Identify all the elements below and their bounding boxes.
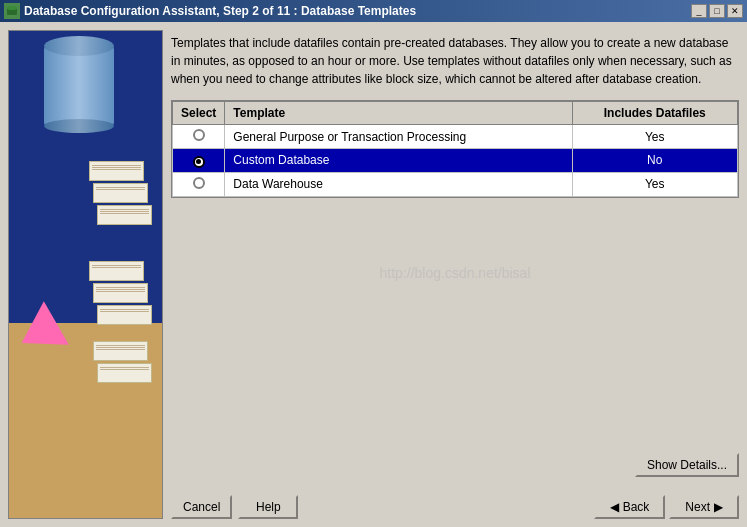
minimize-button[interactable]: _ <box>691 4 707 18</box>
row1-template-name[interactable]: General Purpose or Transaction Processin… <box>225 125 572 149</box>
row3-radio-cell[interactable] <box>173 172 225 196</box>
table-row: Data Warehouse Yes <box>173 172 738 196</box>
show-details-area: Show Details... <box>171 453 739 477</box>
maximize-button[interactable]: □ <box>709 4 725 18</box>
row2-template-name[interactable]: Custom Database <box>225 149 572 173</box>
description-text: Templates that include datafiles contain… <box>171 30 739 92</box>
window-controls: _ □ ✕ <box>691 4 743 18</box>
database-illustration <box>44 46 114 126</box>
next-label: Next <box>685 500 710 514</box>
header-select: Select <box>173 102 225 125</box>
left-panel <box>8 30 163 519</box>
document-stack-2 <box>89 261 152 327</box>
help-button[interactable]: Help <box>238 495 298 519</box>
row1-radio-cell[interactable] <box>173 125 225 149</box>
templates-table: Select Template Includes Datafiles Gener… <box>172 101 738 197</box>
table-header-row: Select Template Includes Datafiles <box>173 102 738 125</box>
table-row: General Purpose or Transaction Processin… <box>173 125 738 149</box>
back-label: Back <box>623 500 650 514</box>
row3-datafiles: Yes <box>572 172 737 196</box>
radio-data-warehouse[interactable] <box>193 177 205 189</box>
document-stack-3 <box>93 341 152 385</box>
back-button[interactable]: ◀ Back <box>594 495 666 519</box>
radio-inner-dot <box>196 159 201 164</box>
watermark: http://blog.csdn.net/bisal <box>380 265 531 281</box>
svg-point-1 <box>7 6 17 10</box>
templates-table-wrapper: Select Template Includes Datafiles Gener… <box>171 100 739 445</box>
row3-template-name[interactable]: Data Warehouse <box>225 172 572 196</box>
title-bar: Database Configuration Assistant, Step 2… <box>0 0 747 22</box>
arrow-icon <box>9 301 69 364</box>
row2-datafiles: No <box>572 149 737 173</box>
document-stack-1 <box>89 161 152 227</box>
row2-radio-cell[interactable] <box>173 149 225 173</box>
next-arrow-icon: ▶ <box>714 500 723 514</box>
header-datafiles: Includes Datafiles <box>572 102 737 125</box>
bottom-navigation: Cancel Help ◀ Back Next ▶ <box>171 491 739 519</box>
right-panel: Templates that include datafiles contain… <box>171 30 739 519</box>
templates-table-container: Select Template Includes Datafiles Gener… <box>171 100 739 198</box>
table-row: Custom Database No <box>173 149 738 173</box>
show-details-button[interactable]: Show Details... <box>635 453 739 477</box>
app-icon <box>4 3 20 19</box>
row1-datafiles: Yes <box>572 125 737 149</box>
back-arrow-icon: ◀ <box>610 500 619 514</box>
window-title: Database Configuration Assistant, Step 2… <box>24 4 416 18</box>
header-template: Template <box>225 102 572 125</box>
next-button[interactable]: Next ▶ <box>669 495 739 519</box>
radio-custom-database[interactable] <box>193 156 205 168</box>
right-nav-buttons: ◀ Back Next ▶ <box>594 495 739 519</box>
cancel-button[interactable]: Cancel <box>171 495 232 519</box>
left-nav-buttons: Cancel Help <box>171 495 298 519</box>
close-button[interactable]: ✕ <box>727 4 743 18</box>
radio-general-purpose[interactable] <box>193 129 205 141</box>
main-container: Templates that include datafiles contain… <box>0 22 747 527</box>
